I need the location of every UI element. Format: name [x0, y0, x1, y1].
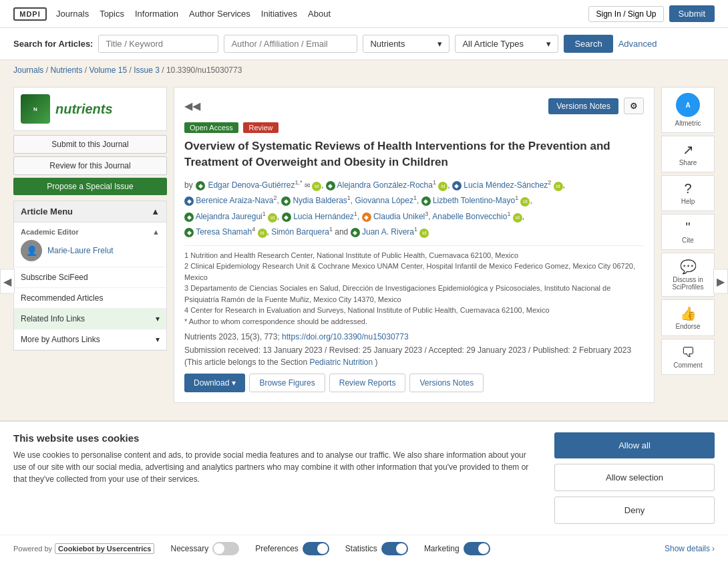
download-button[interactable]: Download ▾: [184, 374, 245, 392]
chevron-down-icon: ▾: [437, 39, 442, 49]
author-5-link[interactable]: Nydia Balderas: [293, 196, 347, 205]
author-icon-2: ◆: [326, 181, 335, 190]
logo[interactable]: MDPI: [13, 7, 47, 21]
menu-item-recommended[interactable]: Recommended Articles: [14, 288, 166, 309]
search-input[interactable]: [98, 35, 218, 53]
nav-journals[interactable]: Journals: [56, 9, 89, 19]
chevron-down-icon-5: ▾: [232, 378, 236, 388]
article-title: Overview of Systematic Reviews of Health…: [184, 138, 644, 170]
article-badges: Open Access Review: [184, 122, 644, 133]
endorse-box[interactable]: 👍 Endorse: [661, 299, 715, 336]
prev-article-button[interactable]: ◀◀: [184, 100, 200, 112]
orcid-icon-7: id: [520, 197, 530, 206]
chevron-up-icon: ▲: [151, 206, 160, 217]
order-reprints-button[interactable]: Versions Notes: [548, 98, 618, 114]
discuss-label: Discuss in SciProfiles: [665, 276, 711, 291]
toolbar-left: ◀◀: [184, 100, 200, 112]
chevron-down-icon-2: ▾: [546, 39, 551, 49]
section-link[interactable]: Pediatric Nutrition: [309, 358, 373, 367]
breadcrumb-volume[interactable]: Volume 15: [89, 65, 127, 75]
author-icon-10: ◆: [362, 213, 371, 222]
author-icon-6: ◆: [421, 196, 431, 206]
cite-icon: ": [665, 220, 711, 235]
journal-select-value: Nutrients: [370, 39, 405, 49]
nav-initiatives[interactable]: Initiatives: [261, 9, 297, 19]
ae-avatar: 👤: [21, 240, 42, 261]
breadcrumb: Journals / Nutrients / Volume 15 / Issue…: [0, 60, 728, 80]
menu-item-subscribe[interactable]: Subscribe SciFeed: [14, 267, 166, 288]
sign-in-button[interactable]: Sign In / Sign Up: [588, 6, 663, 22]
article-toolbar: ◀◀ Versions Notes ⚙: [184, 98, 644, 114]
ae-name-link[interactable]: Marie-Laure Frelut: [47, 246, 114, 255]
left-side-arrow[interactable]: ◀: [0, 269, 15, 293]
journal-logo-box: N nutrients: [13, 87, 167, 131]
help-icon: ?: [665, 181, 711, 196]
breadcrumb-nutrients[interactable]: Nutrients: [50, 65, 82, 75]
article-area: ◀◀ Versions Notes ⚙ Open Access Review O…: [174, 87, 655, 403]
breadcrumb-journals[interactable]: Journals: [13, 65, 43, 75]
author-14-link[interactable]: Juan A. Rivera: [362, 227, 414, 237]
author-icon-1: ◆: [196, 181, 205, 190]
help-box[interactable]: ? Help: [661, 175, 715, 211]
menu-item-authors-links[interactable]: More by Authors Links ▾: [14, 329, 166, 350]
cite-label: Cite: [665, 237, 711, 244]
right-side-arrow[interactable]: ▶: [713, 269, 728, 293]
nav-information[interactable]: Information: [135, 9, 178, 19]
doi-link[interactable]: https://doi.org/10.3390/nu15030773: [282, 332, 409, 341]
journal-logo-img: N: [21, 94, 50, 124]
author-4-link[interactable]: Berenice Araiza-Nava: [196, 196, 273, 205]
article-type-select-wrapper[interactable]: All Article Types ▾: [455, 35, 558, 53]
article-menu: Article Menu ▲ Academic Editor ▲ 👤 Marie…: [13, 200, 167, 351]
article-dates: Submission received: 13 January 2023 / R…: [184, 345, 644, 355]
author-6-link[interactable]: Giovanna López: [355, 196, 413, 205]
browse-figures-button[interactable]: Browse Figures: [249, 374, 325, 392]
settings-button[interactable]: ⚙: [624, 98, 644, 114]
author-12-link[interactable]: Teresa Shamah: [196, 227, 252, 237]
review-reports-button[interactable]: Review Reports: [329, 374, 406, 392]
orcid-icon-11: id: [513, 213, 522, 223]
submit-button[interactable]: Submit: [669, 5, 715, 22]
discuss-box[interactable]: 💬 Discuss in SciProfiles: [661, 253, 715, 297]
author-1-link[interactable]: Edgar Denova-Gutiérrez: [208, 180, 295, 190]
affil-3: 3 Departamento de Ciencias Sociales en S…: [184, 283, 644, 305]
author-input[interactable]: [224, 35, 357, 53]
propose-special-issue-button[interactable]: Propose a Special Issue: [13, 178, 167, 195]
author-13-link[interactable]: Simón Barquera: [271, 227, 329, 237]
email-icon: ✉: [305, 182, 310, 189]
author-2-link[interactable]: Alejandra González-Rocha: [337, 180, 432, 190]
altmetric-circle: A: [676, 93, 700, 117]
author-10-link[interactable]: Claudia Unikel: [373, 212, 425, 221]
journal-ref-text: Nutrients 2023, 15(3), 773;: [184, 332, 280, 341]
comment-icon: 🗨: [665, 345, 711, 360]
share-box[interactable]: ↗ Share: [661, 136, 715, 172]
author-icon-5: ◆: [281, 196, 291, 206]
author-3-link[interactable]: Lucía Méndez-Sánchez: [464, 180, 548, 190]
share-icon: ↗: [665, 142, 711, 158]
advanced-link[interactable]: Advanced: [618, 39, 657, 49]
author-8-link[interactable]: Alejandra Jauregui: [196, 212, 262, 221]
orcid-icon-8: id: [268, 213, 277, 223]
nav-topics[interactable]: Topics: [100, 9, 124, 19]
menu-item-related-links[interactable]: Related Info Links ▾: [14, 309, 166, 329]
main-content: N nutrients Submit to this Journal Revie…: [0, 80, 728, 410]
altmetric-box[interactable]: A Altmetric: [661, 87, 715, 133]
journal-select-wrapper[interactable]: Nutrients ▾: [363, 35, 449, 53]
submit-to-journal-button[interactable]: Submit to this Journal: [13, 135, 167, 154]
versions-notes-button[interactable]: Versions Notes: [409, 374, 484, 392]
breadcrumb-issue[interactable]: Issue 3: [134, 65, 160, 75]
author-icon-3: ◆: [452, 181, 462, 190]
article-type-select-value: All Article Types: [462, 39, 524, 49]
nav-about[interactable]: About: [308, 9, 331, 19]
author-7-link[interactable]: Lizbeth Tolentino-Mayo: [433, 196, 515, 205]
nav-author-services[interactable]: Author Services: [189, 9, 250, 19]
chevron-up-icon-2: ▲: [152, 228, 160, 236]
endorse-label: Endorse: [665, 323, 711, 330]
comment-box[interactable]: 🗨 Comment: [661, 339, 715, 375]
author-icon-9: ◆: [282, 213, 291, 222]
search-button[interactable]: Search: [564, 35, 612, 53]
orcid-icon-14: id: [419, 229, 429, 238]
author-9-link[interactable]: Lucia Hernández: [293, 212, 354, 221]
cite-box[interactable]: " Cite: [661, 214, 715, 250]
author-11-link[interactable]: Anabelle Bonvecchio: [432, 212, 507, 221]
review-for-journal-button[interactable]: Review for this Journal: [13, 156, 167, 175]
